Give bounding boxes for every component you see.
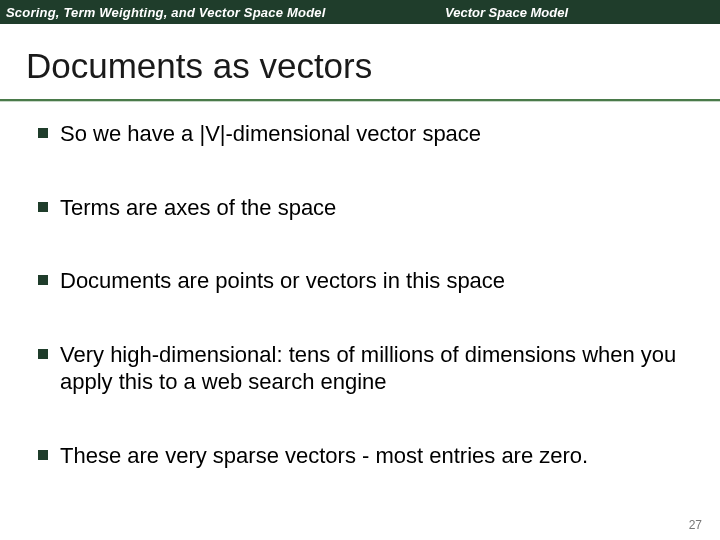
bullet-icon: [38, 349, 48, 359]
bullet-text: These are very sparse vectors - most ent…: [60, 442, 588, 470]
content-area: So we have a |V|-dimensional vector spac…: [38, 120, 694, 469]
bullet-icon: [38, 450, 48, 460]
bullet-text: So we have a |V|-dimensional vector spac…: [60, 120, 481, 148]
bullet-icon: [38, 128, 48, 138]
list-item: Very high-dimensional: tens of millions …: [38, 341, 694, 396]
bullet-icon: [38, 275, 48, 285]
slide: Scoring, Term Weighting, and Vector Spac…: [0, 0, 720, 540]
list-item: Terms are axes of the space: [38, 194, 694, 222]
header-topic-left: Scoring, Term Weighting, and Vector Spac…: [0, 5, 326, 20]
header-topic-right: Vector Space Model: [445, 5, 568, 20]
bullet-text: Documents are points or vectors in this …: [60, 267, 505, 295]
slide-title: Documents as vectors: [26, 46, 720, 86]
list-item: So we have a |V|-dimensional vector spac…: [38, 120, 694, 148]
header-bar: Scoring, Term Weighting, and Vector Spac…: [0, 0, 720, 24]
slide-number: 27: [689, 518, 702, 532]
title-underline-shadow: [0, 101, 720, 102]
list-item: Documents are points or vectors in this …: [38, 267, 694, 295]
bullet-text: Terms are axes of the space: [60, 194, 336, 222]
bullet-text: Very high-dimensional: tens of millions …: [60, 341, 694, 396]
list-item: These are very sparse vectors - most ent…: [38, 442, 694, 470]
bullet-icon: [38, 202, 48, 212]
